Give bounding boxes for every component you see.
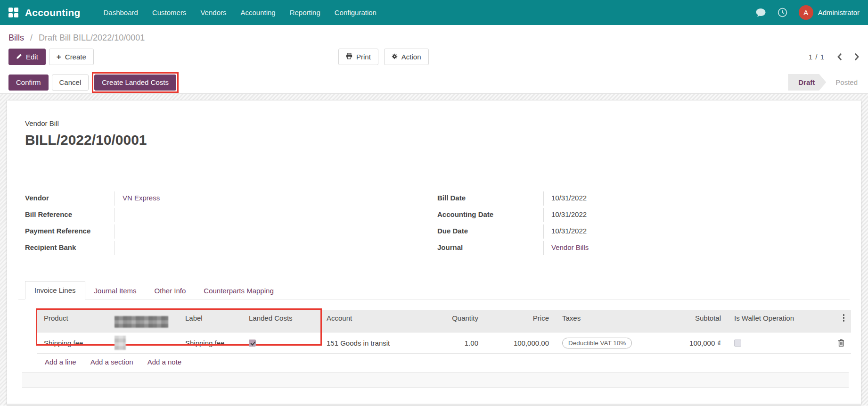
column-header-options [831,310,851,332]
status-step-posted[interactable]: Posted [826,74,860,91]
cell-row-actions [831,332,851,354]
cell-subtotal: 100,000₫ [647,332,728,354]
pencil-icon [16,53,22,61]
wallet-operation-checkbox-unchecked[interactable] [734,340,741,347]
menu-customers[interactable]: Customers [145,1,194,24]
create-button[interactable]: + Create [49,49,94,65]
statusbar: Confirm Cancel Create Landed Costs Draft… [0,71,868,94]
annotation-highlight-box-1: Create Landed Costs [92,72,179,93]
column-header-quantity[interactable]: Quantity [409,310,485,332]
optional-columns-icon[interactable] [843,314,845,328]
cell-label[interactable]: Shipping fee [179,332,242,354]
control-panel: Edit + Create Print Action 1 / 1 [0,45,868,71]
main-menu: Dashboard Customers Vendors Accounting R… [97,1,384,24]
payment-reference-value[interactable] [115,224,429,239]
cell-censored [108,332,179,354]
delete-row-trash-icon[interactable] [838,339,844,347]
accounting-date-value[interactable]: 10/31/2022 [543,208,842,222]
breadcrumb: Bills / Draft Bill BILL/2022/10/0001 [0,25,868,45]
menu-configuration[interactable]: Configuration [328,1,384,24]
fields-right-column: Bill Date 10/31/2022 Accounting Date 10/… [437,191,842,257]
user-name: Administrator [818,8,860,17]
action-button[interactable]: Action [384,49,429,65]
print-button[interactable]: Print [338,49,378,65]
fields-left-column: Vendor VN Express Bill Reference Payment… [25,191,429,257]
cancel-button[interactable]: Cancel [52,75,89,91]
app-title: Accounting [25,7,81,18]
cell-account[interactable]: 151 Goods in transit [320,332,409,354]
currency-symbol: ₫ [717,339,721,347]
column-header-price[interactable]: Price [485,310,556,332]
add-a-section-link[interactable]: Add a section [90,358,133,366]
recipient-bank-value[interactable] [115,241,429,255]
status-steps: Draft Posted [788,74,860,91]
menu-vendors[interactable]: Vendors [193,1,233,24]
breadcrumb-bills-link[interactable]: Bills [8,33,24,42]
column-header-taxes[interactable]: Taxes [556,310,647,332]
breadcrumb-current: Draft Bill BILL/2022/10/0001 [39,33,145,42]
add-a-line-link[interactable]: Add a line [45,358,76,366]
cell-product[interactable]: Shipping fee [37,332,108,354]
top-navbar: Accounting Dashboard Customers Vendors A… [0,0,868,25]
document-title: BILL/2022/10/0001 [18,132,850,148]
due-date-label: Due Date [437,224,543,235]
due-date-value[interactable]: 10/31/2022 [543,224,842,239]
create-landed-costs-button[interactable]: Create Landed Costs [94,75,176,91]
table-footer-links: Add a line Add a section Add a note [37,354,850,370]
bill-date-value[interactable]: 10/31/2022 [543,191,842,206]
activities-clock-icon[interactable] [778,8,787,17]
journal-label: Journal [437,241,543,251]
tax-badge[interactable]: Deductible VAT 10% [562,338,632,348]
pager-next-icon[interactable] [854,53,860,61]
cell-is-wallet-operation [728,332,831,354]
menu-accounting[interactable]: Accounting [233,1,282,24]
column-header-landed-costs[interactable]: Landed Costs [242,310,320,332]
tab-invoice-lines[interactable]: Invoice Lines [25,281,85,299]
spacer [18,388,850,404]
bill-date-label: Bill Date [437,191,543,202]
tab-other-info[interactable]: Other Info [146,282,195,299]
menu-dashboard[interactable]: Dashboard [97,1,145,24]
form-background: Vendor Bill BILL/2022/10/0001 Vendor VN … [0,94,868,406]
bill-reference-label: Bill Reference [25,208,115,218]
journal-value-link[interactable]: Vendor Bills [551,243,589,251]
redacted-region [115,336,126,350]
vendor-value-link[interactable]: VN Express [123,194,160,202]
plus-icon: + [57,53,61,61]
pager-count: 1 / 1 [809,53,825,61]
cell-taxes: Deductible VAT 10% [556,332,647,354]
column-header-label[interactable]: Label [179,310,242,332]
gear-icon [392,53,398,61]
confirm-button[interactable]: Confirm [8,75,49,91]
column-header-is-wallet-operation[interactable]: Is Wallet Operation [728,310,831,332]
apps-grid-icon[interactable] [8,8,18,17]
payment-reference-label: Payment Reference [25,224,115,235]
edit-button[interactable]: Edit [8,49,46,65]
notebook-tabs: Invoice Lines Journal Items Other Info C… [18,281,850,299]
vendor-bill-sheet: Vendor Bill BILL/2022/10/0001 Vendor VN … [7,100,861,406]
column-header-subtotal[interactable]: Subtotal [647,310,728,332]
landed-costs-checkbox-checked[interactable] [249,340,256,347]
tab-counterparts-mapping[interactable]: Counterparts Mapping [195,282,282,299]
pager-previous-icon[interactable] [837,53,842,61]
column-header-product[interactable]: Product [37,310,108,332]
user-avatar: A [799,5,813,20]
bill-reference-value[interactable] [115,208,429,222]
section-divider [7,404,861,406]
status-step-draft[interactable]: Draft [788,74,826,91]
column-header-account[interactable]: Account [320,310,409,332]
cell-quantity[interactable]: 1.00 [409,332,485,354]
breadcrumb-separator: / [30,33,33,42]
messages-icon[interactable] [755,8,766,17]
redacted-region [115,316,168,328]
printer-icon [346,53,352,61]
add-a-note-link[interactable]: Add a note [147,358,182,366]
menu-reporting[interactable]: Reporting [283,1,328,24]
recipient-bank-label: Recipient Bank [25,241,115,251]
accounting-date-label: Accounting Date [437,208,543,218]
tab-journal-items[interactable]: Journal Items [85,282,146,299]
cell-landed-costs [242,332,320,354]
invoice-lines-table: Product Label Landed Costs Account Quant… [37,310,849,354]
cell-price[interactable]: 100,000.00 [485,332,556,354]
user-menu[interactable]: A Administrator [799,5,860,20]
